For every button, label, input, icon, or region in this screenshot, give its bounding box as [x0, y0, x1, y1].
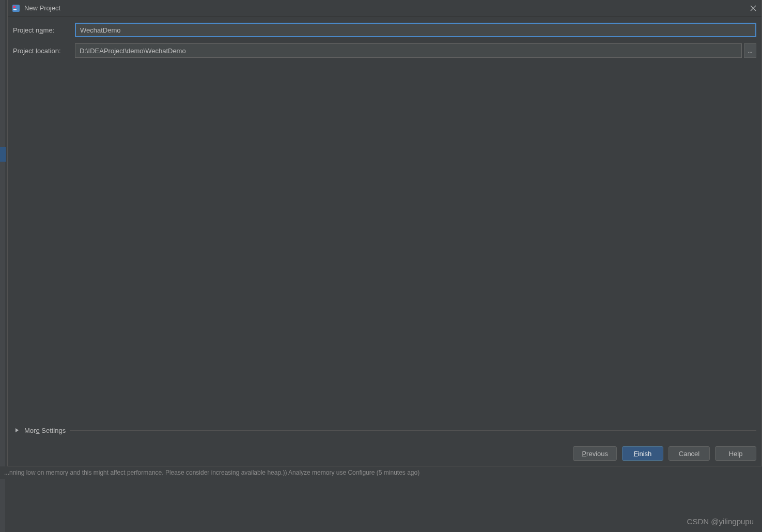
finish-button[interactable]: Finish	[622, 446, 663, 461]
project-location-label: Project location:	[13, 47, 75, 55]
dialog-titlebar: New Project	[8, 0, 761, 17]
form-area: Project name: Project location: ...	[8, 17, 761, 64]
project-name-row: Project name:	[13, 23, 756, 37]
browse-button[interactable]: ...	[744, 43, 756, 58]
more-settings-label: More Settings	[24, 427, 66, 434]
project-name-input[interactable]	[75, 23, 756, 37]
more-settings-row[interactable]: More Settings	[8, 426, 761, 441]
separator-line	[70, 430, 756, 431]
project-location-row: Project location: ...	[13, 43, 756, 58]
bg-selection-hint	[0, 147, 6, 162]
project-location-input[interactable]	[75, 43, 742, 58]
close-icon	[750, 5, 756, 11]
status-text: ...nning low on memory and this might af…	[4, 469, 419, 476]
svg-rect-1	[13, 6, 15, 8]
svg-marker-5	[15, 428, 19, 432]
button-bar: Previous Finish Cancel Help	[8, 441, 761, 466]
close-button[interactable]	[747, 2, 759, 14]
previous-button[interactable]: Previous	[573, 446, 617, 461]
new-project-dialog: New Project Project name: Project locati…	[7, 0, 762, 466]
help-button[interactable]: Help	[715, 446, 756, 461]
project-name-label: Project name:	[13, 26, 75, 34]
cancel-button[interactable]: Cancel	[668, 446, 710, 461]
chevron-right-icon	[13, 426, 21, 434]
status-bar: ...nning low on memory and this might af…	[0, 466, 762, 479]
dialog-title: New Project	[24, 4, 60, 12]
intellij-icon	[12, 4, 20, 12]
watermark-text: CSDN @yilingpupu	[687, 517, 754, 526]
dialog-spacer	[8, 64, 761, 426]
svg-rect-2	[13, 9, 17, 10]
bg-edge	[0, 0, 5, 532]
